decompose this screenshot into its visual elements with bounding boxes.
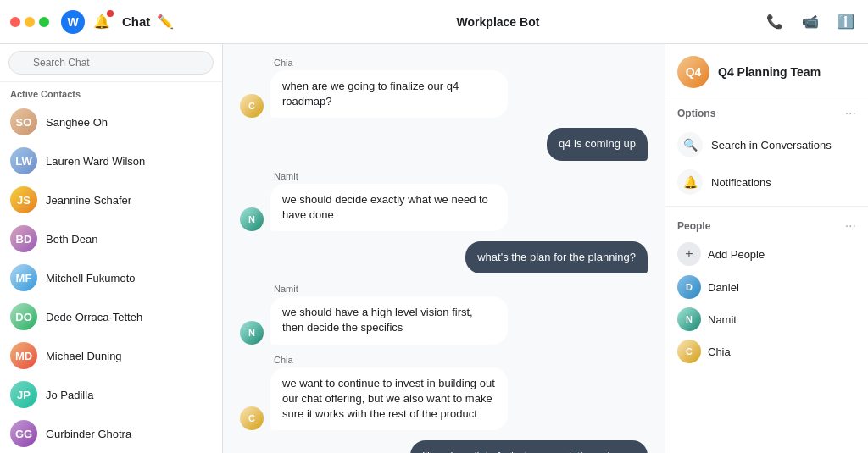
contact-avatar: SO bbox=[10, 108, 37, 135]
msg-avatar: C bbox=[240, 406, 264, 430]
messages-container: Chia C when are we going to finalize our… bbox=[223, 44, 665, 453]
group-avatar-initials: Q4 bbox=[686, 65, 702, 79]
notification-bell[interactable]: 🔔 bbox=[92, 12, 112, 32]
message-m2: q4 is coming up bbox=[240, 128, 648, 160]
contact-name: Lauren Ward Wilson bbox=[46, 155, 145, 168]
contact-item-mitchell[interactable]: MF Mitchell Fukumoto bbox=[0, 258, 222, 297]
sender-name: Chia bbox=[274, 355, 293, 365]
top-bar-left: W 🔔 Chat ✏️ bbox=[10, 10, 233, 34]
top-bar-right: 📞 📹 ℹ️ bbox=[763, 10, 858, 33]
notification-badge bbox=[107, 10, 114, 17]
person-chia[interactable]: C Chia bbox=[677, 335, 856, 367]
message-bubble: we should decide exactly what we need to… bbox=[270, 184, 508, 231]
message-bubble: I'll make a list of what we need, then s… bbox=[410, 440, 648, 453]
message-bubble: when are we going to finalize our q4 roa… bbox=[270, 70, 508, 118]
contact-avatar: JS bbox=[10, 186, 37, 213]
contact-name: Beth Dean bbox=[46, 233, 97, 246]
contact-avatar: LW bbox=[10, 147, 37, 174]
contact-item-michael[interactable]: MD Michael Duning bbox=[0, 336, 222, 375]
options-more-icon[interactable]: ··· bbox=[845, 106, 856, 121]
notifications-icon: 🔔 bbox=[677, 169, 703, 195]
rp-people-header: People ··· bbox=[677, 212, 856, 237]
chat-area: Chia C when are we going to finalize our… bbox=[223, 44, 665, 453]
message-m4: what's the plan for the planning? bbox=[240, 241, 648, 273]
search-conversations-label: Search in Conversations bbox=[711, 139, 832, 152]
rp-header: Q4 Q4 Planning Team bbox=[665, 44, 868, 97]
person-avatar: D bbox=[677, 275, 701, 299]
group-avatar: Q4 bbox=[677, 56, 709, 88]
search-bar: 🔍 bbox=[0, 44, 222, 82]
contact-item-jo[interactable]: JP Jo Padilla bbox=[0, 375, 222, 414]
contact-item-jeannine[interactable]: JS Jeannine Schafer bbox=[0, 180, 222, 219]
contact-name: Sanghee Oh bbox=[46, 116, 108, 129]
message-m1: Chia C when are we going to finalize our… bbox=[240, 58, 648, 118]
phone-icon[interactable]: 📞 bbox=[763, 10, 787, 33]
contact-item-dede[interactable]: DO Dede Orraca-Tetteh bbox=[0, 297, 222, 336]
video-icon[interactable]: 📹 bbox=[798, 10, 822, 33]
person-name: Namit bbox=[708, 313, 737, 326]
message-bubble: we want to continue to invest in buildin… bbox=[270, 367, 508, 431]
contact-name: Dede Orraca-Tetteh bbox=[46, 311, 142, 323]
contact-avatar: BD bbox=[10, 225, 37, 252]
sender-name: Namit bbox=[274, 284, 298, 294]
person-daniel[interactable]: D Daniel bbox=[677, 271, 856, 303]
info-icon[interactable]: ℹ️ bbox=[834, 10, 858, 33]
message-m6: Chia C we want to continue to invest in … bbox=[240, 355, 648, 431]
contact-item-lauren[interactable]: LW Lauren Ward Wilson bbox=[0, 141, 222, 180]
person-avatar: C bbox=[677, 340, 701, 363]
active-contacts-label: Active Contacts bbox=[0, 82, 222, 102]
msg-content: C we want to continue to invest in build… bbox=[240, 367, 508, 431]
contact-avatar: MD bbox=[10, 342, 37, 369]
people-more-icon[interactable]: ··· bbox=[845, 218, 856, 234]
contact-avatar: MF bbox=[10, 264, 37, 291]
right-panel: Q4 Q4 Planning Team Options ··· 🔍 Search… bbox=[665, 44, 868, 453]
contact-item-gurbinder[interactable]: GG Gurbinder Ghotra bbox=[0, 414, 222, 453]
contacts-list: SO Sanghee Oh LW Lauren Ward Wilson JS J… bbox=[0, 102, 222, 453]
notifications-label: Notifications bbox=[711, 176, 771, 189]
message-bubble: q4 is coming up bbox=[547, 128, 648, 160]
msg-avatar: N bbox=[240, 321, 264, 345]
main-layout: 🔍 Active Contacts SO Sanghee Oh LW Laure… bbox=[0, 44, 868, 453]
msg-content: C when are we going to finalize our q4 r… bbox=[240, 70, 508, 118]
message-m7: I'll make a list of what we need, then s… bbox=[240, 440, 648, 453]
contact-name: Gurbinder Ghotra bbox=[46, 428, 131, 440]
contact-name: Mitchell Fukumoto bbox=[46, 272, 135, 285]
rp-people-title: People bbox=[677, 220, 710, 232]
chat-title: Chat bbox=[122, 14, 150, 29]
sender-name: Chia bbox=[274, 58, 293, 68]
rp-options-title: Options bbox=[677, 108, 715, 119]
compose-icon[interactable]: ✏️ bbox=[157, 14, 174, 30]
search-conversations-icon: 🔍 bbox=[677, 132, 703, 157]
maximize-button[interactable] bbox=[39, 17, 49, 27]
person-name: Daniel bbox=[708, 281, 739, 294]
search-in-conversations[interactable]: 🔍 Search in Conversations bbox=[665, 126, 868, 163]
message-m5: Namit N we should have a high level visi… bbox=[240, 284, 648, 344]
search-wrapper: 🔍 bbox=[8, 51, 214, 75]
search-input[interactable] bbox=[8, 51, 214, 75]
contact-item-beth[interactable]: BD Beth Dean bbox=[0, 219, 222, 258]
top-bar: W 🔔 Chat ✏️ Workplace Bot 📞 📹 ℹ️ bbox=[0, 0, 868, 44]
conversation-title: Workplace Bot bbox=[457, 15, 540, 29]
person-name: Chia bbox=[708, 345, 731, 358]
add-icon: + bbox=[677, 242, 701, 266]
minimize-button[interactable] bbox=[25, 17, 35, 27]
traffic-lights bbox=[10, 17, 49, 27]
add-people-label: Add People bbox=[708, 248, 765, 261]
rp-divider bbox=[665, 206, 868, 207]
message-m3: Namit N we should decide exactly what we… bbox=[240, 171, 648, 231]
sender-name: Namit bbox=[274, 171, 298, 181]
close-button[interactable] bbox=[10, 17, 20, 27]
message-bubble: what's the plan for the planning? bbox=[465, 241, 648, 273]
sidebar: 🔍 Active Contacts SO Sanghee Oh LW Laure… bbox=[0, 44, 223, 453]
contact-name: Michael Duning bbox=[46, 350, 122, 362]
msg-avatar: N bbox=[240, 207, 264, 231]
group-name: Q4 Planning Team bbox=[718, 65, 821, 79]
app-icon: W bbox=[61, 10, 85, 34]
msg-avatar: C bbox=[240, 94, 264, 118]
notifications-option[interactable]: 🔔 Notifications bbox=[665, 163, 868, 201]
msg-content: N we should decide exactly what we need … bbox=[240, 184, 508, 231]
add-people-button[interactable]: + Add People bbox=[677, 237, 856, 271]
person-namit[interactable]: N Namit bbox=[677, 303, 856, 335]
contact-item-sanghee[interactable]: SO Sanghee Oh bbox=[0, 102, 222, 141]
contact-name: Jo Padilla bbox=[46, 389, 93, 401]
